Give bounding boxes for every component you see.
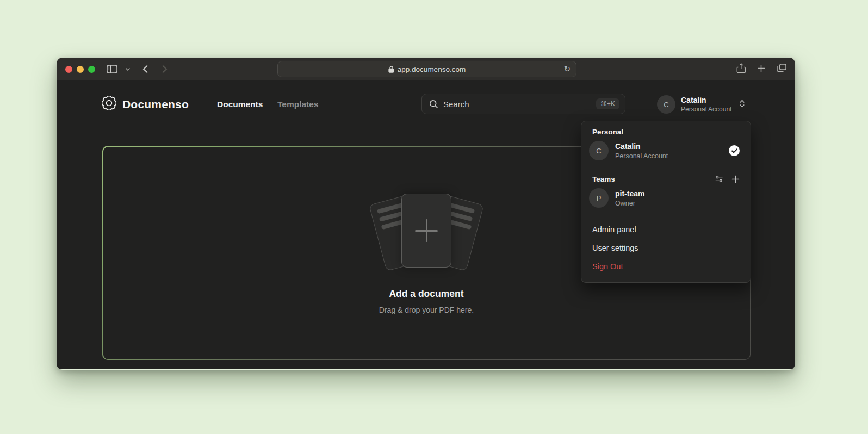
brand[interactable]: Documenso (102, 96, 189, 113)
team-avatar: P (589, 188, 609, 208)
team-item[interactable]: P pit-team Owner (589, 188, 743, 208)
browser-window: app.documenso.com ↻ (57, 58, 795, 370)
back-button-icon[interactable] (142, 65, 148, 73)
zoom-window-button[interactable] (88, 66, 95, 73)
search-bar[interactable]: ⌘+K (421, 94, 625, 114)
document-cards-illustration (364, 191, 489, 273)
search-shortcut-badge: ⌘+K (596, 98, 619, 109)
personal-avatar: C (589, 141, 609, 160)
account-avatar: C (657, 95, 675, 114)
traffic-lights (65, 58, 95, 80)
nav-documents[interactable]: Documents (217, 100, 263, 109)
reload-icon[interactable]: ↻ (563, 64, 571, 74)
plus-icon (415, 219, 438, 242)
personal-section-heading: Personal (592, 128, 623, 136)
selected-check-icon (729, 145, 740, 156)
account-type: Personal Account (681, 106, 731, 113)
menu-item-user-settings[interactable]: User settings (581, 239, 751, 257)
personal-name: Catalin (615, 142, 729, 151)
card-front-add (401, 194, 451, 268)
add-team-icon[interactable] (731, 175, 740, 183)
url-text: app.documenso.com (398, 65, 466, 73)
brand-name: Documenso (122, 98, 189, 111)
nav-templates[interactable]: Templates (277, 100, 319, 109)
manage-teams-icon[interactable] (715, 175, 723, 183)
account-name: Catalin (681, 96, 731, 104)
chevron-down-icon[interactable] (125, 67, 131, 71)
documenso-app: Documenso Documents Templates ⌘+K C Cata… (57, 80, 795, 369)
new-tab-icon[interactable] (757, 64, 765, 75)
forward-button-icon (162, 65, 168, 73)
chevron-up-down-icon (739, 99, 746, 110)
documenso-logo-icon (102, 96, 116, 113)
dropzone-title: Add a document (389, 288, 463, 300)
account-menu-button[interactable]: C Catalin Personal Account (657, 95, 746, 114)
close-window-button[interactable] (65, 66, 72, 73)
dropzone-subtitle: Drag & drop your PDF here. (379, 306, 474, 314)
teams-section-heading: Teams (592, 175, 615, 183)
menu-item-sign-out[interactable]: Sign Out (581, 257, 751, 276)
search-icon (429, 100, 438, 109)
tab-overview-icon[interactable] (777, 64, 786, 75)
lock-icon (388, 66, 394, 73)
team-name: pit-team (615, 189, 743, 198)
menu-item-admin-panel[interactable]: Admin panel (581, 220, 751, 239)
address-bar[interactable]: app.documenso.com ↻ (277, 61, 576, 77)
personal-account-item[interactable]: C Catalin Personal Account (589, 141, 743, 160)
search-input[interactable] (443, 100, 596, 109)
account-dropdown-menu: Personal C Catalin Personal Account (581, 121, 751, 283)
browser-toolbar: app.documenso.com ↻ (57, 58, 795, 80)
share-icon[interactable] (736, 63, 746, 76)
sidebar-toggle-icon[interactable] (107, 65, 117, 73)
desktop: app.documenso.com ↻ (0, 0, 868, 434)
personal-sub: Personal Account (615, 152, 729, 160)
minimize-window-button[interactable] (77, 66, 84, 73)
team-role: Owner (615, 200, 743, 207)
